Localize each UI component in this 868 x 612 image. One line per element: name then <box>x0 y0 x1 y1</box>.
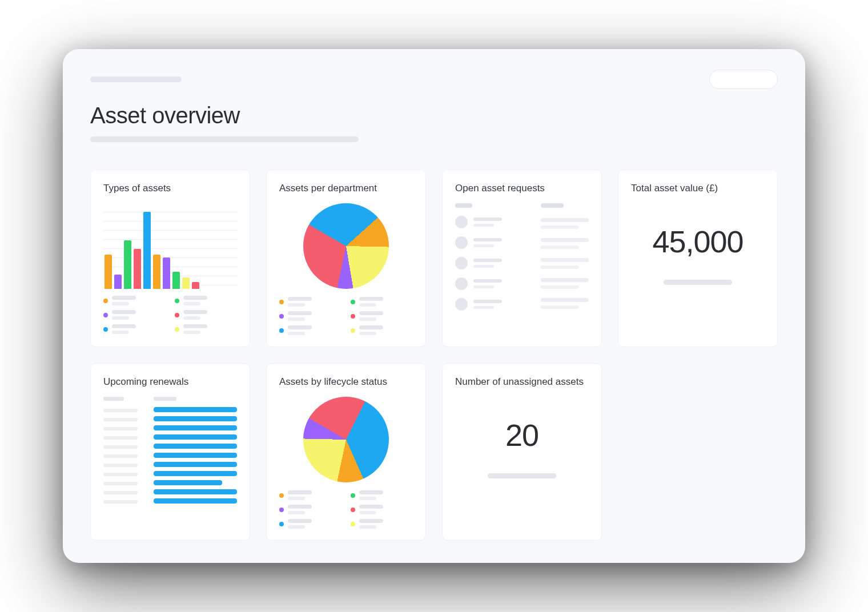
card-unassigned-assets[interactable]: Number of unassigned assets 20 <box>442 363 602 541</box>
list-item[interactable] <box>455 216 524 228</box>
list-item-detail <box>541 298 589 309</box>
list-item[interactable] <box>455 257 524 269</box>
chart-bar <box>154 425 237 430</box>
legend-item <box>175 324 237 334</box>
chart-legend <box>279 490 413 529</box>
list-item-label-placeholder <box>103 427 138 430</box>
card-title: Assets by lifecycle status <box>279 376 413 388</box>
column-header-placeholder <box>455 203 472 208</box>
chart-legend <box>103 296 237 334</box>
legend-dot-icon <box>175 313 179 317</box>
card-types-of-assets[interactable]: Types of assets <box>90 170 250 347</box>
legend-item <box>279 490 341 500</box>
pie-chart <box>279 397 413 482</box>
chart-bar <box>154 462 237 467</box>
chart-bar <box>153 255 160 289</box>
card-title: Upcoming renewals <box>103 376 237 388</box>
card-upcoming-renewals[interactable]: Upcoming renewals <box>90 363 250 541</box>
legend-item <box>351 519 413 529</box>
card-assets-by-lifecycle[interactable]: Assets by lifecycle status <box>266 363 426 541</box>
legend-item <box>279 325 341 335</box>
legend-dot-icon <box>279 493 284 498</box>
legend-item <box>351 505 413 514</box>
chart-bar <box>154 471 237 476</box>
list-item[interactable] <box>455 298 524 311</box>
legend-item <box>103 310 166 320</box>
chart-bar <box>154 480 222 485</box>
list-item-label-placeholder <box>103 473 138 476</box>
legend-dot-icon <box>351 300 355 304</box>
list-item-label-placeholder <box>103 500 138 504</box>
metric-sublabel-placeholder <box>664 280 732 285</box>
chart-bar <box>105 255 112 289</box>
chart-bar <box>124 240 131 289</box>
list-item-label-placeholder <box>103 491 138 494</box>
avatar <box>455 236 468 249</box>
column-header-placeholder <box>103 397 124 401</box>
card-open-asset-requests[interactable]: Open asset requests <box>442 170 602 347</box>
card-title: Total asset value (£) <box>631 183 765 194</box>
chart-legend <box>279 297 413 335</box>
chart-bar <box>192 282 199 289</box>
list-item-label-placeholder <box>103 418 138 421</box>
dashboard-window: Asset overview Types of assets Assets pe… <box>63 49 805 563</box>
metric-sublabel-placeholder <box>488 473 556 478</box>
list-item-label-placeholder <box>103 409 138 412</box>
metric-value: 45,000 <box>631 224 765 259</box>
legend-item <box>175 310 237 320</box>
legend-dot-icon <box>279 314 284 319</box>
list-item[interactable] <box>455 277 524 290</box>
topbar <box>90 70 778 89</box>
legend-dot-icon <box>175 299 179 303</box>
legend-item <box>175 296 237 305</box>
list-item-label-placeholder <box>103 436 138 440</box>
legend-dot-icon <box>279 522 284 526</box>
avatar <box>455 298 468 311</box>
renewals-list <box>103 397 237 504</box>
chart-bar <box>154 489 237 494</box>
chart-bar <box>143 212 151 289</box>
chart-bar <box>172 272 180 289</box>
legend-item <box>279 311 341 321</box>
legend-dot-icon <box>351 493 355 498</box>
breadcrumb-placeholder <box>90 76 182 82</box>
cards-grid: Types of assets Assets per department Op… <box>90 170 778 541</box>
list-item[interactable] <box>455 236 524 249</box>
legend-item <box>103 296 166 305</box>
legend-item <box>351 297 413 307</box>
card-assets-per-department[interactable]: Assets per department <box>266 170 426 347</box>
column-header-placeholder <box>154 397 176 401</box>
chart-bar <box>154 453 237 458</box>
card-total-asset-value[interactable]: Total asset value (£) 45,000 <box>618 170 778 347</box>
requests-list <box>455 203 589 319</box>
chart-bar <box>154 444 237 449</box>
legend-item <box>279 297 341 307</box>
column-header-placeholder <box>541 203 564 208</box>
legend-item <box>279 505 341 514</box>
chart-bar <box>154 407 237 412</box>
subtitle-placeholder <box>90 136 359 142</box>
legend-dot-icon <box>351 522 355 526</box>
card-title: Number of unassigned assets <box>455 376 589 388</box>
legend-dot-icon <box>175 327 179 332</box>
legend-item <box>279 519 341 529</box>
avatar <box>455 216 468 228</box>
legend-item <box>351 490 413 500</box>
legend-dot-icon <box>351 508 355 512</box>
list-item-label-placeholder <box>103 464 138 467</box>
legend-dot-icon <box>351 314 355 319</box>
action-button[interactable] <box>709 70 778 89</box>
list-item-label-placeholder <box>103 482 138 485</box>
list-item-detail <box>541 258 589 269</box>
legend-dot-icon <box>279 328 284 333</box>
legend-item <box>351 325 413 335</box>
chart-bar <box>163 257 170 289</box>
legend-item <box>351 311 413 321</box>
list-item-detail <box>541 218 589 229</box>
metric-value: 20 <box>455 417 589 453</box>
pie-chart <box>279 203 413 289</box>
avatar <box>455 277 468 290</box>
list-item-detail <box>541 278 589 289</box>
chart-bar <box>134 249 141 289</box>
page-title: Asset overview <box>90 103 778 128</box>
